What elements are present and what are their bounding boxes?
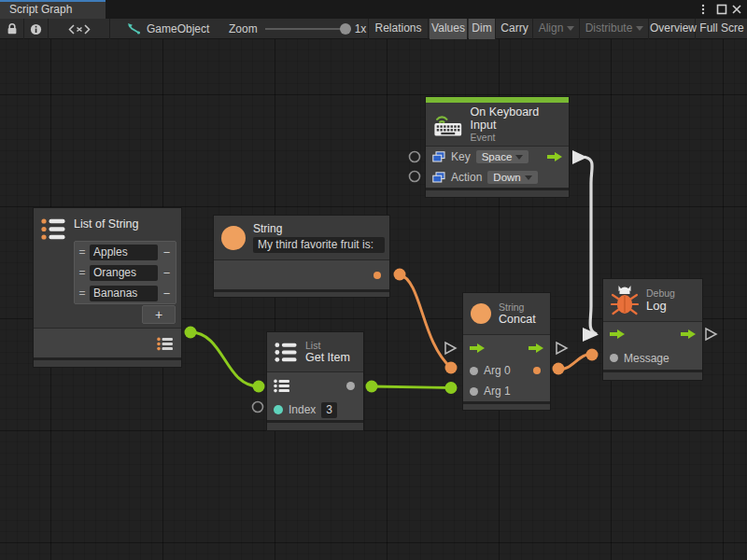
window-menu-icon[interactable] [697, 3, 710, 16]
string-circle-icon [471, 303, 491, 324]
list-glyph-port[interactable] [157, 337, 174, 351]
arg1-input-port[interactable] [470, 387, 478, 396]
node-debug-log[interactable]: Debug Log Message [602, 278, 703, 381]
values-button[interactable]: Values [430, 19, 468, 39]
unconnected-input-key[interactable] [410, 152, 420, 162]
unconnected-flow-out-concat[interactable] [557, 343, 567, 354]
node-footer [426, 188, 569, 197]
value-wire-concat-to-log[interactable] [558, 355, 592, 370]
flow-output-port[interactable] [529, 343, 544, 353]
zoom-label: Zoom [229, 22, 258, 35]
wire-cap[interactable] [586, 349, 599, 361]
index-input-port[interactable] [274, 405, 283, 414]
add-item-button[interactable]: + [142, 305, 176, 324]
fullscreen-button[interactable]: Full Scre [697, 19, 747, 39]
drag-handle-icon[interactable]: = [75, 266, 90, 279]
graph-owner-section[interactable]: GameObject [110, 19, 209, 39]
string-output-row [214, 259, 389, 289]
unconnected-flow-out-log[interactable] [706, 329, 716, 340]
relations-button[interactable]: Relations [368, 19, 429, 39]
overview-button[interactable]: Overview [650, 19, 696, 39]
zoom-control: Zoom 1x [229, 19, 366, 39]
tab-script-graph[interactable]: Script Graph [0, 0, 106, 19]
node-get-item[interactable]: List Get Item Index 3 [266, 331, 364, 431]
value-wire-list-to-getitem[interactable] [190, 332, 259, 386]
carry-button[interactable]: Carry [497, 19, 533, 39]
flow-wire-keyboard-to-log[interactable] [585, 158, 596, 334]
flow-output-port[interactable] [547, 152, 563, 161]
zoom-slider[interactable] [265, 28, 347, 30]
index-field[interactable]: 3 [321, 402, 337, 418]
node-subtitle: Event [471, 132, 561, 143]
arg0-label: Arg 0 [484, 364, 511, 377]
info-button[interactable] [24, 19, 49, 39]
message-row: Message [603, 346, 702, 370]
node-footer [463, 401, 550, 410]
drag-handle-icon[interactable]: = [75, 245, 90, 259]
index-label: Index [289, 403, 316, 416]
item-output-port[interactable] [346, 382, 355, 390]
wire-cap[interactable] [553, 363, 565, 375]
list-item-row: = Bananas − [75, 283, 176, 303]
gameobject-icon [127, 22, 141, 35]
flow-input-port[interactable] [610, 329, 626, 339]
flow-wire-end-cap[interactable] [583, 328, 599, 342]
wire-cap[interactable] [445, 362, 458, 374]
remove-item-button[interactable]: − [158, 266, 176, 280]
list-editor: = Apples − = Oranges − = Bananas − [74, 241, 176, 304]
node-category: List [305, 340, 350, 351]
action-dropdown[interactable]: Down [487, 171, 537, 184]
unconnected-input-action[interactable] [410, 172, 420, 182]
value-wire-getitem-to-concat[interactable] [372, 386, 451, 388]
drag-handle-icon[interactable]: = [75, 287, 90, 300]
flow-output-port[interactable] [681, 329, 697, 339]
lock-button[interactable] [0, 19, 24, 39]
chevron-down-icon [636, 26, 643, 31]
code-button[interactable] [49, 19, 110, 39]
wire-cap[interactable] [185, 327, 197, 339]
remove-item-button[interactable]: − [158, 287, 176, 301]
node-category: String [499, 301, 536, 313]
node-on-keyboard-input[interactable]: On Keyboard Input Event Key Space [425, 96, 570, 198]
string-output-port[interactable] [374, 272, 381, 279]
window-close-icon[interactable] [730, 3, 743, 16]
message-label: Message [624, 352, 669, 365]
node-string-literal[interactable]: String My third favorite fruit is: [213, 215, 390, 298]
key-dropdown[interactable]: Space [476, 150, 529, 163]
arg1-row: Arg 1 [463, 381, 550, 401]
list-item-field[interactable]: Bananas [90, 286, 158, 301]
node-list-of-string[interactable]: List of String = Apples − = Oranges − = [33, 207, 182, 368]
align-button[interactable]: Align [534, 19, 580, 39]
window-maximize-icon[interactable] [715, 3, 728, 16]
unconnected-flow-in-concat[interactable] [445, 343, 456, 354]
flow-wire-start-cap[interactable] [572, 150, 587, 164]
unconnected-input-index[interactable] [253, 402, 263, 413]
wire-cap[interactable] [366, 381, 378, 393]
string-value-field[interactable]: My third favorite fruit is: [253, 237, 385, 253]
wire-cap[interactable] [445, 382, 458, 394]
node-concat[interactable]: String Concat Arg 0 [462, 292, 551, 411]
action-dropdown-value: Down [493, 172, 520, 183]
list-icon [41, 217, 66, 241]
zoom-slider-thumb[interactable] [340, 23, 351, 35]
flow-row [463, 335, 550, 360]
remove-item-button[interactable]: − [158, 245, 176, 259]
list-glyph-port[interactable] [274, 379, 290, 393]
node-footer [267, 420, 363, 430]
list-item-field[interactable]: Oranges [90, 265, 158, 281]
wire-cap[interactable] [394, 269, 406, 281]
list-item-field[interactable]: Apples [90, 245, 158, 260]
distribute-button[interactable]: Distribute [581, 19, 649, 39]
node-title: On Keyboard Input [471, 105, 561, 132]
zoom-value: 1x [355, 22, 367, 35]
dim-button[interactable]: Dim [469, 19, 496, 39]
value-wire-string-to-concat[interactable] [400, 274, 451, 368]
flow-input-port[interactable] [470, 343, 486, 353]
graph-canvas[interactable]: On Keyboard Input Event Key Space [0, 39, 747, 560]
arg0-input-port[interactable] [470, 367, 478, 375]
list-icon [275, 342, 298, 363]
result-output-port[interactable] [533, 367, 541, 374]
message-input-port[interactable] [610, 354, 618, 362]
wire-cap[interactable] [253, 381, 265, 393]
node-category: Debug [646, 287, 675, 299]
